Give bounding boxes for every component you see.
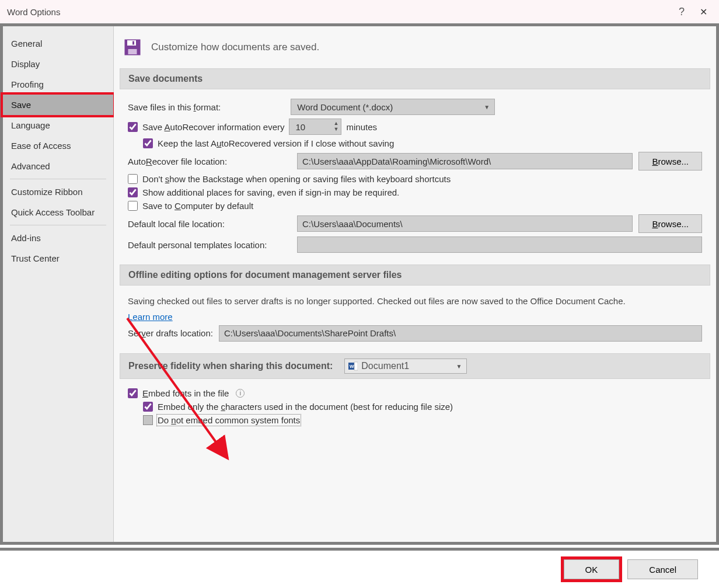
checkbox-embed-fonts[interactable] (128, 388, 138, 398)
checkbox-embed-only-used[interactable] (143, 402, 153, 412)
label-templates-location: Default personal templates location: (128, 240, 291, 250)
ok-button[interactable]: OK (564, 559, 620, 579)
sidebar-item-quick-access-toolbar[interactable]: Quick Access Toolbar (3, 202, 113, 222)
label-keep-last: Keep the last AutoRecovered version if I… (158, 138, 394, 148)
sidebar-item-display[interactable]: Display (3, 54, 113, 74)
checkbox-keep-last-autorecovered[interactable] (143, 138, 153, 148)
sidebar-item-advanced[interactable]: Advanced (3, 156, 113, 176)
sidebar-item-trust-center[interactable]: Trust Center (3, 248, 113, 269)
help-button[interactable]: ? (668, 6, 695, 18)
chevron-down-icon: ▼ (456, 363, 462, 369)
label-minutes: minutes (346, 122, 377, 132)
save-icon (122, 37, 143, 58)
checkbox-save-computer-default[interactable] (128, 201, 138, 211)
svg-rect-2 (128, 49, 137, 54)
sidebar-item-save[interactable]: Save (3, 95, 113, 115)
svg-rect-3 (132, 41, 134, 45)
sidebar-item-ease-of-access[interactable]: Ease of Access (3, 135, 113, 156)
label-dont-show-backstage: Don't show the Backstage when opening or… (142, 174, 451, 184)
label-autorecover-location: AutoRecover file location: (128, 156, 291, 166)
save-format-combo[interactable]: Word Document (*.docx)▼ (291, 99, 495, 115)
content-panel: Customize how documents are saved. Save … (114, 26, 716, 542)
svg-rect-1 (127, 40, 136, 46)
default-local-location-input[interactable]: C:\Users\aaa\Documents\ (297, 215, 633, 232)
templates-location-input[interactable] (297, 236, 702, 253)
sidebar-divider (10, 225, 106, 225)
label-save-format: Save files in this format: (128, 102, 221, 112)
browse-default-local-button[interactable]: Browse... (638, 214, 702, 233)
checkbox-dont-show-backstage[interactable] (128, 174, 138, 184)
sidebar-item-proofing[interactable]: Proofing (3, 74, 113, 95)
autorecover-location-input[interactable]: C:\Users\aaa\AppData\Roaming\Microsoft\W… (297, 153, 633, 169)
label-embed-fonts: Emmbed fonts in the file (142, 388, 229, 398)
browse-autorecover-button[interactable]: BBrowse...rowse... (638, 152, 702, 171)
info-icon[interactable]: i (236, 389, 245, 398)
section-preserve-fidelity: Preserve fidelity when sharing this docu… (120, 353, 710, 379)
checkbox-autorecover[interactable] (128, 122, 138, 132)
sidebar-item-add-ins[interactable]: Add-ins (3, 228, 113, 248)
offline-desc: Saving checked out files to server draft… (128, 295, 702, 308)
word-document-icon: W (348, 361, 358, 371)
page-header: Customize how documents are saved. (151, 41, 319, 53)
checkbox-show-additional-places[interactable] (128, 187, 138, 197)
section-offline-editing: Offline editing options for document man… (120, 265, 710, 286)
section-save-documents: Save documents (120, 68, 710, 89)
svg-rect-5 (354, 362, 358, 370)
cancel-button[interactable]: Cancel (627, 559, 698, 579)
sidebar-nav: General Display Proofing Save Language E… (3, 26, 114, 542)
label-save-computer: Save to Computer by default (142, 201, 253, 211)
label-server-drafts: Server drafts location: (128, 328, 213, 338)
close-button[interactable]: ✕ (695, 6, 712, 18)
svg-text:W: W (350, 364, 354, 369)
label-show-additional: Show additional places for saving, even … (142, 187, 399, 197)
learn-more-link[interactable]: Learn more (128, 312, 173, 322)
label-no-common-fonts: Do not embed common system fonts (158, 415, 300, 425)
autorecover-minutes-spinner[interactable]: 10▲▼ (289, 119, 341, 135)
chevron-down-icon[interactable]: ▼ (334, 126, 339, 132)
label-default-local-location: Default local file location: (128, 219, 291, 229)
checkbox-no-common-fonts[interactable] (143, 415, 153, 425)
sidebar-item-language[interactable]: Language (3, 115, 113, 135)
label-autorecover: Save AutoRecover information every (142, 122, 284, 132)
sidebar-item-customize-ribbon[interactable]: Customize Ribbon (3, 182, 113, 202)
window-title: Word Options (7, 7, 668, 17)
server-drafts-input[interactable]: C:\Users\aaa\Documents\SharePoint Drafts… (219, 325, 702, 342)
sidebar-item-general[interactable]: General (3, 33, 113, 54)
fidelity-document-combo[interactable]: W Document1 ▼ (344, 359, 467, 374)
label-embed-only-used: Embed only the characters used in the do… (158, 402, 453, 412)
sidebar-divider (10, 179, 106, 179)
chevron-down-icon: ▼ (484, 104, 490, 110)
chevron-up-icon[interactable]: ▲ (334, 120, 339, 126)
